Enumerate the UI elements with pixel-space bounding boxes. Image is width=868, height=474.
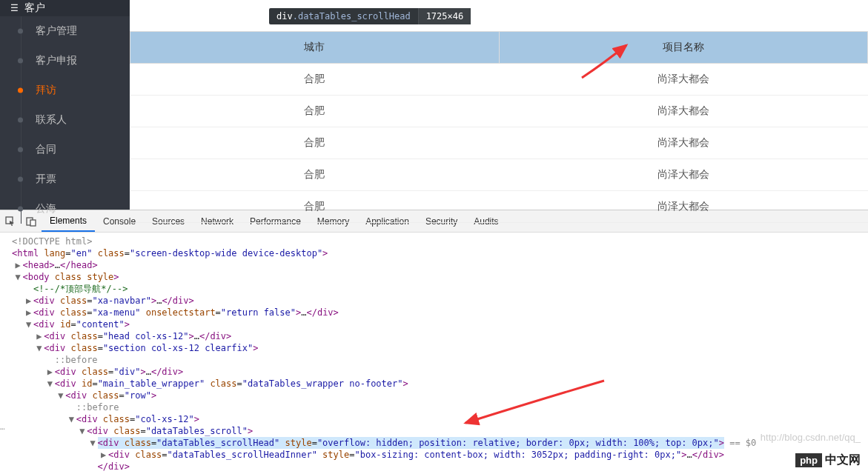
dom-line[interactable]: ▶<div class="dataTables_scrollHeadInner"… [4, 449, 864, 461]
table-cell: 尚泽大都会 [499, 64, 868, 96]
tooltip-dimensions: 1725×46 [418, 8, 471, 24]
dom-line[interactable]: ▼<div class="dataTables_scroll"> [4, 425, 864, 437]
dom-line[interactable]: <html lang="en" class="screen-desktop-wi… [4, 247, 864, 259]
dom-line[interactable]: ▼<div class="section col-xs-12 clearfix"… [4, 342, 864, 354]
table-cell: 合肥 [130, 159, 500, 191]
sidebar-item-2[interactable]: 拜访 [21, 76, 130, 105]
inspect-tooltip: div.dataTables_scrollHead 1725×46 [269, 8, 471, 24]
dom-line[interactable]: ▼<div class="dataTables_scrollHead" styl… [4, 437, 864, 449]
table-row[interactable]: 合肥尚泽大都会 [130, 64, 868, 96]
table-header[interactable]: 城市 [130, 32, 500, 64]
sidebar-item-5[interactable]: 开票 [21, 164, 130, 194]
sidebar-item-3[interactable]: 联系人 [21, 105, 130, 135]
table-cell: 合肥 [130, 127, 500, 159]
devtools-panel: ElementsConsoleSourcesNetworkPerformance… [0, 210, 868, 474]
tooltip-class: .dataTables_scrollHead [293, 11, 411, 21]
table-cell: 尚泽大都会 [499, 159, 868, 191]
sidebar-header[interactable]: ☰ 客户 [0, 0, 130, 16]
sidebar-header-label: 客户 [24, 1, 45, 15]
sidebar-item-6[interactable]: 公海 [21, 194, 130, 224]
dom-line[interactable]: ::before [4, 354, 864, 366]
data-table: 城市项目名称 合肥尚泽大都会合肥尚泽大都会合肥尚泽大都会合肥尚泽大都会合肥尚泽大… [130, 31, 868, 223]
table-cell: 尚泽大都会 [499, 96, 868, 127]
dom-line[interactable]: ▼<div id="content"> [4, 318, 864, 330]
sidebar-item-0[interactable]: 客户管理 [21, 16, 130, 46]
devtools-dom-tree[interactable]: <!DOCTYPE html> <html lang="en" class="s… [0, 233, 868, 474]
dom-line[interactable]: ::before [4, 401, 864, 413]
sidebar: ☰ 客户 客户管理客户申报拜访联系人合同开票公海 [0, 0, 130, 210]
sidebar-item-1[interactable]: 客户申报 [21, 46, 130, 76]
dom-line[interactable]: ▼<div class="row"> [4, 390, 864, 401]
dom-line[interactable]: ▼<body class style> [4, 271, 864, 283]
dom-line[interactable]: ▼<div id="main_table_wrapper" class="dat… [4, 378, 864, 390]
dom-line[interactable]: ▼<div class="col-xs-12"> [4, 413, 864, 425]
table-cell: 合肥 [130, 96, 500, 127]
table-row[interactable]: 合肥尚泽大都会 [130, 191, 868, 223]
dom-line[interactable]: ▶<div class="xa-menu" onselectstart="ret… [4, 307, 864, 318]
dom-line[interactable]: <!DOCTYPE html> [4, 236, 864, 247]
table-cell: 合肥 [130, 191, 500, 223]
dom-line[interactable]: ▶<div class="div">…</div> [4, 366, 864, 378]
table-row[interactable]: 合肥尚泽大都会 [130, 96, 868, 127]
table-cell: 尚泽大都会 [499, 127, 868, 159]
dom-line[interactable]: </div> [4, 461, 864, 473]
table-row[interactable]: 合肥尚泽大都会 [130, 127, 868, 159]
dom-line[interactable]: ▶<head>…</head> [4, 259, 864, 271]
gutter-ellipsis: … [0, 422, 5, 432]
table-row[interactable]: 合肥尚泽大都会 [130, 159, 868, 191]
table-cell: 尚泽大都会 [499, 191, 868, 223]
dom-line[interactable]: ▶<div class="xa-navbar">…</div> [4, 295, 864, 307]
dom-line[interactable]: <!--/*顶部导航*/--> [4, 283, 864, 295]
tooltip-tag: div [276, 11, 293, 21]
data-table-wrap: 城市项目名称 合肥尚泽大都会合肥尚泽大都会合肥尚泽大都会合肥尚泽大都会合肥尚泽大… [130, 31, 868, 223]
table-header[interactable]: 项目名称 [499, 32, 868, 64]
content-area: div.dataTables_scrollHead 1725×46 城市项目名称… [130, 0, 868, 210]
table-cell: 合肥 [130, 64, 500, 96]
sidebar-item-4[interactable]: 合同 [21, 135, 130, 164]
group-icon: ☰ [10, 3, 19, 13]
dom-line[interactable]: ▶<div class="head col-xs-12">…</div> [4, 330, 864, 342]
